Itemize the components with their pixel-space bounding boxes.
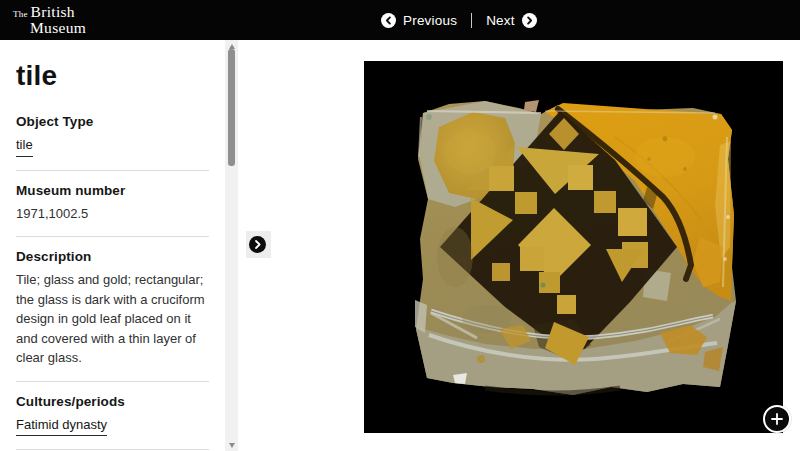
previous-label: Previous (403, 13, 457, 28)
description-value: Tile; glass and gold; rectangular; the g… (16, 270, 209, 368)
page: The British Museum Previous Next (0, 0, 800, 451)
section-cultures-periods: Cultures/periods Fatimid dynasty (16, 382, 209, 451)
logo-museum: Museum (30, 21, 86, 34)
section-object-type: Object Type tile (16, 102, 209, 171)
tile-artifact-image (415, 97, 737, 397)
plus-icon (771, 413, 783, 425)
prev-next-nav: Previous Next (381, 0, 537, 40)
logo-british: British (31, 5, 75, 19)
chevron-right-circle-icon (522, 13, 537, 28)
british-museum-logo[interactable]: The British Museum (13, 5, 86, 34)
scroll-down-button[interactable] (225, 439, 238, 451)
panel-expand-button[interactable] (246, 231, 271, 258)
sidebar-scrollbar[interactable] (225, 40, 238, 451)
object-details-panel: tile Object Type tile Museum number 1971… (0, 40, 225, 451)
museum-number-value: 1971,1002.5 (16, 204, 209, 224)
next-label: Next (486, 13, 515, 28)
previous-button[interactable]: Previous (381, 13, 457, 28)
object-type-link[interactable]: tile (16, 135, 33, 157)
section-description: Description Tile; glass and gold; rectan… (16, 237, 209, 382)
chevron-right-circle-icon (249, 236, 266, 253)
triangle-up-icon (229, 44, 235, 49)
section-museum-number: Museum number 1971,1002.5 (16, 171, 209, 238)
section-label: Object Type (16, 114, 209, 129)
triangle-down-icon (229, 443, 235, 448)
culture-link[interactable]: Fatimid dynasty (16, 415, 107, 437)
nav-separator (471, 13, 472, 28)
scrollbar-thumb[interactable] (228, 49, 235, 166)
logo-the: The (13, 7, 28, 21)
zoom-in-button[interactable] (763, 405, 791, 433)
header-bar: The British Museum Previous Next (0, 0, 800, 40)
image-viewer-canvas[interactable] (364, 61, 783, 433)
object-title: tile (16, 60, 209, 92)
chevron-left-circle-icon (381, 13, 396, 28)
next-button[interactable]: Next (486, 13, 537, 28)
section-label: Cultures/periods (16, 394, 209, 409)
section-label: Description (16, 249, 209, 264)
section-label: Museum number (16, 183, 209, 198)
